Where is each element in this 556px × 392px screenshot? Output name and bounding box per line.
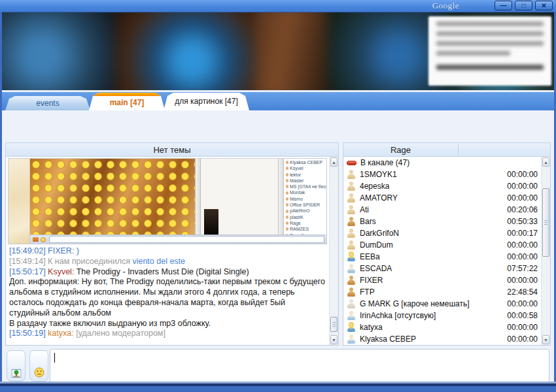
titlebar[interactable]: Google — □ ✕: [0, 0, 556, 12]
user-online-time: 00:00:00: [507, 193, 541, 203]
tab-events[interactable]: events: [5, 96, 90, 110]
user-name: katyxa: [360, 323, 383, 332]
embedded-mini-user: Nismo: [286, 196, 326, 202]
scroll-down-arrow-icon[interactable]: ▼: [542, 335, 549, 344]
embedded-mini-user: RAMZES: [286, 226, 326, 232]
embedded-mini-user-icon: [286, 167, 288, 170]
user-row[interactable]: DarkGrifoN00:00:17: [343, 227, 541, 239]
user-online-time: 00:00:00: [507, 299, 541, 308]
active-tab-accent: [89, 93, 165, 96]
user-row[interactable]: katyxa00:00:00: [343, 321, 541, 333]
message-input[interactable]: [50, 349, 549, 383]
embedded-mini-user-name: Murdak: [290, 189, 305, 195]
user-icon: [347, 240, 355, 250]
user-name: DarkGrifoN: [360, 229, 399, 238]
embedded-screenshot-image[interactable]: Klyaksa CEBEPKsyvellektorMasterMS [GTA4 …: [8, 158, 327, 244]
embedded-mini-user-icon: [286, 221, 288, 225]
scroll-up-arrow-icon[interactable]: ▲: [330, 157, 338, 167]
user-name: EEBa: [360, 252, 380, 261]
ad-banner-image[interactable]: [2, 12, 554, 90]
column-header-channel[interactable]: Rage: [343, 143, 459, 156]
maximize-button[interactable]: □: [515, 1, 532, 10]
embedded-mini-user-name: pAleRmO: [290, 208, 309, 214]
user-online-time: 00:00:00: [507, 323, 541, 332]
embedded-mini-user: Klyaksa CEBEP: [286, 159, 326, 165]
user-row[interactable]: 1SMOYK100:00:00: [343, 169, 541, 180]
user-icon: [347, 287, 355, 297]
user-link[interactable]: viento del este: [132, 257, 185, 266]
user-row[interactable]: Klyaksa CEBEP00:00:00: [343, 333, 541, 345]
embedded-mini-user: Ksyvel: [286, 165, 326, 171]
tab-pictures[interactable]: для картинок [47]: [164, 93, 249, 110]
user-row[interactable]: G MARK G [кароче немешать]00:00:00: [343, 298, 541, 310]
tab-main[interactable]: main [47]: [89, 93, 165, 110]
user-name: IrinAchka [отсутсвую]: [360, 311, 436, 320]
user-row[interactable]: ESCADA07:57:22: [343, 263, 541, 274]
emoticon-icon: [34, 367, 44, 378]
message-part: katyxa:: [48, 329, 76, 338]
user-row[interactable]: 4epeska00:00:00: [343, 180, 541, 192]
user-online-time: 00:50:33: [507, 217, 541, 226]
window-border: [0, 12, 2, 392]
close-button[interactable]: ✕: [535, 1, 553, 10]
emoticon-button[interactable]: [29, 350, 48, 382]
user-row[interactable]: FTP22:48:54: [343, 286, 541, 298]
embedded-scrollbar: [278, 159, 284, 244]
chat-panel: Нет темы Klyaksa CEBEPKsyvellektorMaster…: [5, 142, 339, 346]
insert-image-button[interactable]: [7, 350, 26, 382]
embedded-mini-user-icon: [286, 191, 288, 195]
scroll-down-arrow-icon[interactable]: ▼: [330, 335, 338, 344]
user-name: ESCADA: [360, 264, 392, 273]
embedded-mini-user: Office SPIDER: [286, 202, 326, 208]
embedded-mini-user-name: MS [GTA4 не беспл: [290, 184, 326, 189]
user-icon: [347, 264, 355, 274]
chat-message: Доп. информация: Ну вот, The Prodigy под…: [9, 277, 326, 318]
message-part: [15:50:19]: [9, 329, 48, 338]
user-row[interactable]: DumDum00:00:00: [343, 239, 541, 251]
chat-message: В раздачу также включил выдраную из mp3 …: [9, 319, 326, 329]
scroll-up-arrow-icon[interactable]: ▲: [542, 157, 549, 167]
embedded-mini-user-icon: [286, 173, 288, 176]
user-online-time: 00:00:00: [507, 182, 541, 191]
user-icon: [347, 311, 355, 321]
minimize-button[interactable]: —: [495, 1, 512, 10]
embedded-mini-user-icon: [286, 216, 288, 219]
embedded-mini-user-name: Klyaksa CEBEP: [290, 159, 322, 165]
user-icon: [347, 323, 355, 333]
embedded-mini-user-icon: [286, 161, 288, 164]
message-part: The Prodigy - Invaders Must Die (Digital…: [77, 267, 249, 276]
user-row[interactable]: Ati00:20:06: [343, 204, 541, 216]
user-row[interactable]: FIXER00:00:00: [343, 274, 541, 286]
channel-row[interactable]: В канале (47): [343, 157, 541, 169]
user-icon: [347, 205, 355, 215]
embedded-mini-user: Rage: [286, 220, 326, 226]
banner-text-box: [428, 16, 551, 86]
embedded-scrollbar: [195, 159, 201, 244]
column-header-time[interactable]: [459, 143, 550, 156]
user-name: Ati: [360, 205, 369, 214]
user-row[interactable]: Bars00:50:33: [343, 216, 541, 227]
user-name: 1SMOYK1: [360, 170, 397, 179]
user-icon: [347, 276, 355, 286]
window-controls: — □ ✕: [495, 1, 553, 10]
user-name: AMATORY: [360, 193, 398, 203]
user-list-scrollbar[interactable]: ▲ ▼: [541, 157, 550, 345]
chat-scrollbar[interactable]: ▲ ▼: [329, 157, 338, 345]
insert-image-icon: [11, 369, 21, 378]
user-icon: [347, 252, 355, 262]
chat-scrollbar-thumb[interactable]: [330, 317, 338, 332]
topic-header: Нет темы: [5, 142, 339, 157]
user-name: Klyaksa CEBEP: [360, 335, 416, 344]
user-list-scrollbar-thumb[interactable]: [542, 188, 549, 257]
user-row[interactable]: AMATORY00:00:00: [343, 192, 541, 204]
embedded-mini-user-name: Ksyvel: [290, 165, 304, 171]
chat-message: [15:49:02] FIXER: ): [9, 246, 326, 257]
embedded-mini-icon: [33, 237, 39, 242]
embedded-input-bar: [30, 235, 326, 244]
user-row[interactable]: EEBa00:00:00: [343, 251, 541, 263]
chat-message: [15:50:17] Ksyvel: The Prodigy - Invader…: [9, 267, 326, 278]
user-row[interactable]: IrinAchka [отсутсвую]00:00:58: [343, 310, 541, 321]
user-name: FTP: [360, 287, 375, 297]
user-icon: [347, 217, 355, 227]
user-icon: [347, 193, 355, 203]
